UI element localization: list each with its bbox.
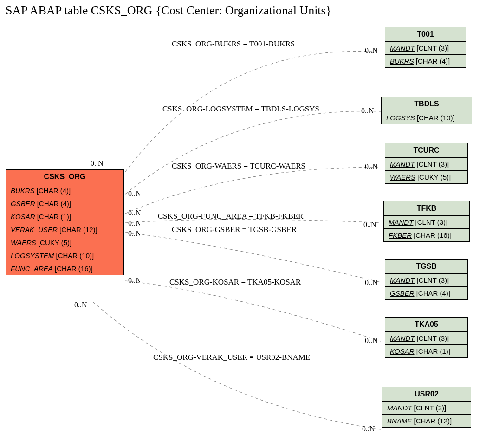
- field-row: BUKRS [CHAR (4)]: [6, 184, 123, 197]
- field-row: BUKRS [CHAR (4)]: [385, 55, 466, 67]
- field-row: MANDT [CLNT (3)]: [385, 42, 466, 55]
- relation-label: CSKS_ORG-LOGSYSTEM = TBDLS-LOGSYS: [162, 104, 319, 114]
- cardinality-label: 0..N: [74, 301, 87, 309]
- field-row: MANDT [CLNT (3)]: [382, 402, 471, 415]
- relation-label: CSKS_ORG-BUKRS = T001-BUKRS: [172, 39, 295, 49]
- field-row: FKBER [CHAR (16)]: [384, 229, 469, 241]
- field-row: MANDT [CLNT (3)]: [385, 274, 467, 287]
- cardinality-label: 0..N: [363, 221, 376, 229]
- field-row: VERAK_USER [CHAR (12)]: [6, 223, 123, 236]
- cardinality-label: 0..N: [365, 162, 378, 171]
- field-row: MANDT [CLNT (3)]: [385, 332, 467, 345]
- cardinality-label: 0..N: [365, 46, 378, 55]
- field-row: GSBER [CHAR (4)]: [6, 197, 123, 210]
- cardinality-label: 0..N: [128, 276, 141, 285]
- field-row: LOGSYSTEM [CHAR (10)]: [6, 249, 123, 262]
- field-row: KOSAR [CHAR (1)]: [385, 345, 467, 357]
- field-row: BNAME [CHAR (12)]: [382, 415, 471, 427]
- cardinality-label: 0..N: [128, 229, 141, 238]
- relation-label: CSKS_ORG-VERAK_USER = USR02-BNAME: [153, 353, 310, 362]
- field-row: GSBER [CHAR (4)]: [385, 287, 467, 299]
- field-row: MANDT [CLNT (3)]: [384, 216, 469, 229]
- cardinality-label: 0..N: [91, 159, 104, 168]
- entity-header: TCURC: [385, 143, 467, 158]
- cardinality-label: 0..N: [128, 189, 141, 198]
- cardinality-label: 0..N: [365, 279, 378, 287]
- entity-tbdls: TBDLS LOGSYS [CHAR (10)]: [381, 97, 472, 124]
- entity-tgsb: TGSB MANDT [CLNT (3)] GSBER [CHAR (4)]: [385, 259, 468, 300]
- entity-tcurc: TCURC MANDT [CLNT (3)] WAERS [CUKY (5)]: [385, 143, 468, 184]
- cardinality-label: 0..N: [128, 209, 141, 217]
- field-row: LOGSYS [CHAR (10)]: [382, 111, 472, 124]
- diagram-title: SAP ABAP table CSKS_ORG {Cost Center: Or…: [6, 4, 331, 18]
- cardinality-label: 0..N: [362, 425, 375, 433]
- entity-header: T001: [385, 27, 466, 42]
- entity-header: USR02: [382, 387, 471, 402]
- relation-label: CSKS_ORG-WAERS = TCURC-WAERS: [172, 162, 305, 171]
- cardinality-label: 0..N: [365, 337, 378, 345]
- entity-header: TKA05: [385, 318, 467, 332]
- entity-header: CSKS_ORG: [6, 170, 123, 184]
- relation-label: CSKS_ORG-KOSAR = TKA05-KOSAR: [169, 278, 301, 287]
- entity-header: TBDLS: [382, 97, 472, 111]
- cardinality-label: 0..N: [361, 107, 374, 115]
- field-row: WAERS [CUKY (5)]: [6, 236, 123, 249]
- relation-label: CSKS_ORG-GSBER = TGSB-GSBER: [172, 225, 297, 234]
- field-row: KOSAR [CHAR (1)]: [6, 210, 123, 223]
- entity-usr02: USR02 MANDT [CLNT (3)] BNAME [CHAR (12)]: [382, 387, 471, 428]
- field-row: WAERS [CUKY (5)]: [385, 171, 467, 183]
- entity-t001: T001 MANDT [CLNT (3)] BUKRS [CHAR (4)]: [385, 27, 466, 68]
- entity-header: TGSB: [385, 260, 467, 274]
- relation-label: CSKS_ORG-FUNC_AREA = TFKB-FKBER: [158, 212, 303, 221]
- entity-tka05: TKA05 MANDT [CLNT (3)] KOSAR [CHAR (1)]: [385, 317, 468, 358]
- entity-csks-org: CSKS_ORG BUKRS [CHAR (4)] GSBER [CHAR (4…: [6, 169, 124, 275]
- entity-header: TFKB: [384, 201, 469, 216]
- cardinality-label: 0..N: [128, 219, 141, 227]
- field-row: FUNC_AREA [CHAR (16)]: [6, 262, 123, 275]
- field-row: MANDT [CLNT (3)]: [385, 158, 467, 171]
- entity-tfkb: TFKB MANDT [CLNT (3)] FKBER [CHAR (16)]: [383, 201, 470, 242]
